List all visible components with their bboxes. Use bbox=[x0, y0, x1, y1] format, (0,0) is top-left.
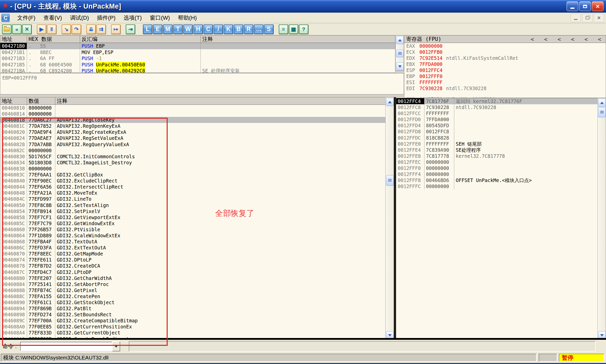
table-row[interactable]: 0046089477EF869BGDI32.PatBlt bbox=[0, 305, 394, 311]
stack-scrollbar[interactable] bbox=[597, 98, 606, 340]
table-row[interactable]: 004271B5. 68 600E4500PUSH UnPackMe.00450… bbox=[0, 62, 395, 68]
register-row[interactable]: EDX7C92E514ntdll.KiFastSystemCallRet bbox=[404, 55, 606, 61]
step-into-button[interactable]: ↘ bbox=[62, 24, 71, 34]
menu-item[interactable]: 文件(F) bbox=[13, 13, 39, 22]
toolbar-letter-K-button[interactable]: K bbox=[224, 24, 233, 34]
table-row[interactable]: 0046085477EFB914GDI32.SetPixelV bbox=[0, 208, 394, 214]
go-to-button[interactable]: ⇥ bbox=[126, 24, 135, 34]
table-row[interactable]: 0012FFC47C81776F返回到 kernel32.7C81776F bbox=[396, 98, 606, 104]
open-button[interactable] bbox=[2, 24, 11, 34]
table-row[interactable]: 0046081C77DA7852ADVAPI32.RegOpenKeyExA bbox=[0, 123, 394, 129]
table-row[interactable]: 0012FFD80012FFC8 bbox=[396, 128, 606, 135]
toolbar-letter-E-button[interactable]: E bbox=[153, 24, 162, 34]
table-row[interactable]: 0046081877DA6C27ADVAPI32.RegCloseKey bbox=[0, 117, 394, 123]
table-row[interactable]: 0046082077DAE9F4ADVAPI32.RegCreateKeyExA bbox=[0, 129, 394, 135]
scroll-down-button[interactable] bbox=[396, 62, 404, 70]
table-row[interactable]: 0012FFF000000000 bbox=[396, 165, 606, 171]
toolbar-letter-S-button[interactable]: S bbox=[264, 24, 273, 34]
table-row[interactable]: 0046088077EFE207GDI32.GetCharWidthA bbox=[0, 275, 394, 281]
table-row[interactable]: 0046089C77EF700AGDI32.CreateCompatibleBi… bbox=[0, 318, 394, 324]
table-row[interactable]: 0046087877EFB7D2GDI32.CreateDCA bbox=[0, 263, 394, 269]
toolbar-letter-run-trace-button[interactable]: … bbox=[254, 24, 263, 34]
table-row[interactable]: 0046085077EF8C8BGDI32.SetTextAlign bbox=[0, 202, 394, 208]
close-button[interactable]: ✕ bbox=[22, 24, 32, 34]
table-row[interactable]: 0046084877EFA21AGDI32.MoveToEx bbox=[0, 190, 394, 196]
table-row[interactable]: 004608A477EF833DGDI32.GetCurrentObject bbox=[0, 330, 394, 336]
pane-splitter[interactable] bbox=[394, 97, 396, 340]
table-row[interactable]: 0012FFEC00000000 bbox=[396, 159, 606, 165]
command-dropdown-button[interactable] bbox=[112, 341, 120, 351]
menu-item[interactable]: 选项(T) bbox=[119, 13, 146, 22]
toolbar-letter-L-button[interactable]: L bbox=[143, 24, 152, 34]
dump-scrollbar[interactable] bbox=[385, 97, 394, 340]
menu-item[interactable]: 插件(P) bbox=[93, 13, 119, 22]
scroll-thumb[interactable] bbox=[386, 175, 394, 186]
mdi-minimize-button[interactable] bbox=[571, 14, 581, 22]
toolbar-letter-C-button[interactable]: C bbox=[204, 24, 213, 34]
table-row[interactable]: 0046085C77EF7C79GDI32.GetWindowExtEx bbox=[0, 220, 394, 226]
menu-item[interactable]: 查看(V) bbox=[39, 13, 66, 22]
table-row[interactable]: 004608345D1803D8COMCTL32.ImageList_Destr… bbox=[0, 160, 394, 166]
table-row[interactable]: 0012FFF800466BD6OFFSET UnPackMe.<模块入口点> bbox=[396, 177, 606, 183]
menu-item[interactable]: 帮助(H) bbox=[174, 13, 201, 22]
scroll-up-button[interactable] bbox=[396, 36, 404, 44]
collapse-chevron-icon[interactable]: < bbox=[598, 36, 601, 42]
execute-till-return-button[interactable]: ↦ bbox=[111, 24, 120, 34]
scroll-up-button[interactable] bbox=[386, 98, 394, 106]
table-row[interactable]: 0046089877EFD274GDI32.SetBoundsRect bbox=[0, 311, 394, 318]
collapse-chevron-icon[interactable]: < bbox=[585, 36, 588, 42]
table-row[interactable]: 0046084477EF6A56GDI32.IntersectClipRect bbox=[0, 184, 394, 190]
table-row[interactable]: 0012FFFC00000000 bbox=[396, 183, 606, 189]
table-row[interactable]: 0012FFE0FFFFFFFFSEH 链尾部 bbox=[396, 141, 606, 147]
scroll-thumb[interactable] bbox=[396, 50, 404, 57]
restart-button[interactable]: « bbox=[12, 24, 21, 34]
pause-button[interactable]: ‖ bbox=[47, 24, 56, 34]
table-row[interactable]: 004271B1. 8BECMOV EBP,ESP bbox=[0, 49, 395, 56]
maximize-button[interactable] bbox=[579, 2, 591, 11]
table-row[interactable]: 004271B3. 6A FFPUSH -1 bbox=[0, 55, 395, 62]
register-row[interactable]: ESIFFFFFFFF bbox=[404, 79, 606, 85]
register-row[interactable]: EBX7FFDA000 bbox=[404, 61, 606, 67]
menu-item[interactable]: 调试(D) bbox=[66, 13, 93, 22]
toolbar-letter-B-button[interactable]: B bbox=[234, 24, 243, 34]
close-button[interactable]: × bbox=[592, 2, 603, 11]
table-row[interactable]: 0012FFF400000000 bbox=[396, 171, 606, 177]
register-row[interactable]: EIP004271B0UnPackMe.004271B0 bbox=[404, 96, 606, 97]
table-row[interactable]: 0046082C00000000 bbox=[0, 147, 394, 153]
run-button[interactable]: ▶ bbox=[37, 24, 46, 34]
options-button[interactable]: ≡ bbox=[279, 24, 288, 34]
table-row[interactable]: 0046081080000000 bbox=[0, 105, 394, 111]
register-row[interactable]: EDI7C930228ntdll.7C930228 bbox=[404, 85, 606, 91]
help-button[interactable]: ? bbox=[299, 24, 308, 34]
collapse-chevron-icon[interactable]: < bbox=[544, 36, 547, 42]
register-row[interactable]: EAX00000000 bbox=[404, 43, 606, 49]
step-over-button[interactable]: ↷ bbox=[72, 24, 81, 34]
minimize-button[interactable] bbox=[567, 2, 578, 11]
toolbar-letter-T-button[interactable]: T bbox=[173, 24, 183, 34]
mdi-restore-button[interactable] bbox=[582, 14, 592, 22]
table-row[interactable]: 0046084077EF90ECGDI32.ExcludeClipRect bbox=[0, 178, 394, 184]
table-row[interactable]: 004271B0. 55PUSH EBP bbox=[0, 43, 395, 49]
table-row[interactable]: 0046085877EF7CF1GDI32.GetViewportExtEx bbox=[0, 214, 394, 220]
command-input[interactable] bbox=[20, 342, 112, 351]
table-row[interactable]: 0012FFE87C817778kernel32.7C817778 bbox=[396, 153, 606, 159]
toolbar-letter-R-button[interactable]: R bbox=[244, 24, 253, 34]
table-row[interactable]: 0046086877EFBA4FGDI32.TextOutA bbox=[0, 239, 394, 245]
scroll-up-button[interactable] bbox=[598, 99, 606, 107]
trace-over-button[interactable]: ⇉ bbox=[96, 24, 106, 34]
table-row[interactable]: 0046082877DA7ABBADVAPI32.RegQueryValueEx… bbox=[0, 141, 394, 147]
table-row[interactable]: 0012FFC87C930228ntdll.7C930228 bbox=[396, 104, 606, 110]
collapse-chevron-icon[interactable]: < bbox=[531, 36, 534, 42]
trace-into-button[interactable]: ⇊ bbox=[86, 24, 96, 34]
table-row[interactable]: 0046086C77EFD3FAGDI32.ExtTextOutA bbox=[0, 245, 394, 251]
table-row[interactable]: 0046086077F26B57GDI32.PtVisible bbox=[0, 226, 394, 232]
table-row[interactable]: 0046088C77EFA155GDI32.CreatePen bbox=[0, 293, 394, 299]
toolbar-letter-W-button[interactable]: W bbox=[183, 24, 193, 34]
register-row[interactable]: ESP0012FFC4 bbox=[404, 67, 606, 73]
table-row[interactable]: 0046082477DAEAE7ADVAPI32.RegSetValueExA bbox=[0, 135, 394, 141]
table-row[interactable]: 0046083C77EF6AA1GDI32.GetClipBox bbox=[0, 172, 394, 178]
scroll-thumb[interactable] bbox=[598, 107, 606, 117]
table-row[interactable]: 0046087477EFE611GDI32.DPtoLP bbox=[0, 257, 394, 263]
table-row[interactable]: 0012FFDC818CB828 bbox=[396, 135, 606, 141]
table-row[interactable]: 0046088477F25141GDI32.SetAbortProc bbox=[0, 281, 394, 287]
